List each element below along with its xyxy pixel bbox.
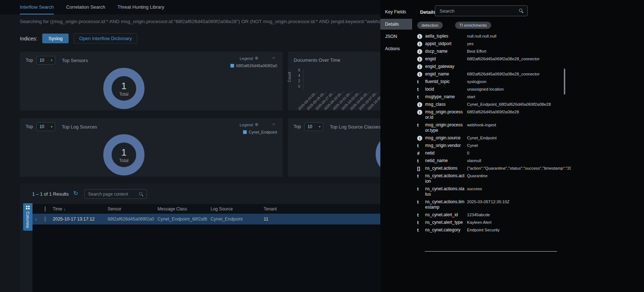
flyout-nav-item-label: Key Fields [385,9,406,14]
sort-desc-icon: ↓ [64,207,66,211]
column-header-log-source[interactable]: Log Source [208,206,261,212]
legend-item[interactable]: 68f2af626d45a069f2a0 [230,64,277,68]
panel-title: Top Log Source Classes [330,124,381,130]
top-label: Top [26,58,33,63]
field-value: 0 [467,151,571,156]
field-row[interactable]: t ns_cynet.actions.timestamp 2025-03-05T… [417,198,591,211]
field-type-icon: t [417,213,425,218]
panel-header: Top 10 ▾ Top Log Source Classes [294,122,381,131]
flyout-nav-item[interactable]: Key Fields [380,6,412,17]
field-type-icon: [] [417,166,425,171]
field-row[interactable]: t msg_origin.processor.type webhook-inge… [417,121,591,134]
flyout-nav-item-label: Actions [385,46,400,51]
donut-total-value: 1 [121,80,126,92]
legend-control[interactable]: Legend ⚙ [239,56,258,61]
chevron-down-icon: ▾ [51,125,53,128]
page-search-input[interactable]: Search page content [84,189,147,199]
columns-button[interactable]: Columns [23,203,33,231]
field-row[interactable]: i aella_tuples null.null.null.null [417,32,591,40]
field-search-input[interactable]: Search [435,5,528,16]
field-row[interactable]: i appid_stdport yes [417,40,591,48]
field-row[interactable]: t ns_cynet.alert_type Kayleen Alert [417,219,591,226]
field-type-icon: t [417,200,425,205]
syslog-index-button[interactable]: Syslog [42,34,69,43]
top-n-dropdown[interactable]: 10 ▾ [304,122,323,131]
field-type-icon: i [417,34,422,39]
legend-settings-icon: ⚙ [255,56,258,61]
top-n-dropdown[interactable]: 10 ▾ [36,56,55,65]
field-row[interactable]: i msg_origin.processor.id 68f2af626d45a0… [417,108,591,121]
flyout-nav-item[interactable]: JSON [380,31,412,42]
field-search-placeholder: Search [440,8,454,14]
y-tick: 6 [293,68,300,72]
field-value: Best Effort [467,49,571,54]
expand-icon[interactable]: ○ [272,55,275,60]
nav-tab[interactable]: Interflow Search [20,0,54,14]
field-value: 12345abcde [467,212,571,218]
row-checkbox[interactable] [45,217,46,222]
field-name: ns_cynet.alert_type [425,220,465,225]
column-header-message-class[interactable]: Message Class [155,206,208,212]
field-row[interactable]: i engid 68f2af626d45a069f2a08e28_connect… [417,55,591,63]
field-row[interactable]: t netid_name vlannull [417,157,591,165]
cell-time: 2025-10-17 13:17:12 [50,217,105,222]
legend-control[interactable]: Legend ⚙ [239,122,258,127]
field-row[interactable]: t ns_cynet.category Endpoint Security [417,226,591,234]
column-header-sensor[interactable]: Sensor [105,206,155,212]
expand-icon[interactable]: ○ [272,122,275,127]
field-row[interactable]: t ns_cynet.alert_id 12345abcde [417,211,591,219]
chevron-down-icon: ▾ [51,58,53,62]
field-type-icon: i [417,57,422,62]
flyout-nav-item[interactable]: Details [380,19,412,30]
field-type-icon: i [417,42,422,47]
field-name: msg_origin.vendor [425,143,465,148]
column-header-time[interactable]: Time↓ [50,206,105,212]
field-value: webhook-ingest [467,122,571,128]
field-row[interactable]: # netid 0 [417,149,591,157]
legend-item-label: Cynet_Endpoint [249,130,277,134]
field-value: syslogjson [467,79,571,84]
tag-pill[interactable]: TI enrichments [455,22,491,29]
nav-tab[interactable]: Correlation Search [66,0,105,14]
flyout-nav: Key Fields Details JSON Actions [380,0,412,292]
cell-sensor: 68f2af626d45a069f2a0 [105,217,155,222]
field-name: msg_origin.processor.id [425,109,465,120]
field-name: msg_origin.processor.type [425,122,465,133]
field-name: locid [425,87,465,92]
refresh-icon[interactable]: ↻ [73,190,78,197]
nav-tab[interactable]: Threat Hunting Library [117,0,164,14]
field-row[interactable]: i msg_class Cynet_Endpoint_68f2af626d45a… [417,101,591,108]
nav-tab-label: Interflow Search [20,4,54,10]
field-type-icon: # [417,151,425,156]
open-interflow-dictionary-button[interactable]: Open Interflow Dictionary [74,33,137,44]
field-row[interactable]: t ns_cynet.actions.status success [417,185,591,198]
field-value: Cynet_Endpoint_68f2af626d45a069f2a08e28 [467,102,571,107]
top-n-dropdown[interactable]: 10 ▾ [36,122,55,131]
field-name: ns_cynet.alert_id [425,212,465,218]
field-row[interactable]: i msg_origin.source Cynet_Endpoint [417,134,591,142]
nav-tab-label: Correlation Search [66,4,105,10]
select-all-checkbox[interactable] [45,206,46,212]
donut-total-label: Total [119,158,128,163]
search-icon [139,192,144,197]
legend-item[interactable]: Cynet_Endpoint [243,130,277,134]
panel-title: Documents Over Time [294,57,340,63]
scrollbar-thumb[interactable] [564,69,565,95]
nav-tab-label: Threat Hunting Library [117,4,164,10]
field-row[interactable]: i dscp_name Best Effort [417,48,591,55]
tag-pill[interactable]: detection [417,22,443,29]
field-row[interactable]: t ns_cynet.actions.action Quarantine [417,172,591,185]
chevron-down-icon: ▾ [319,125,321,128]
field-value: 68f2af626d45a069f2a08e28_connector [467,56,571,62]
flyout-nav-item[interactable]: Actions [380,43,412,54]
legend-items: 68f2af626d45a069f2a0 [230,64,277,68]
legend-label: Legend [239,56,253,61]
columns-button-label: Columns [26,212,30,228]
grid-icon [26,206,30,209]
app-window: Interflow Search Correlation Search Thre… [0,0,644,292]
row-expander-icon[interactable]: › [33,217,40,222]
field-name: msgtype_name [425,94,465,100]
field-row[interactable]: [] ns_cynet.actions {"action":"Quarantin… [417,165,591,172]
cell-message-class: Cynet_Endpoint_68f2af6 [155,217,208,222]
field-row[interactable]: t msg_origin.vendor Cynet [417,142,591,149]
